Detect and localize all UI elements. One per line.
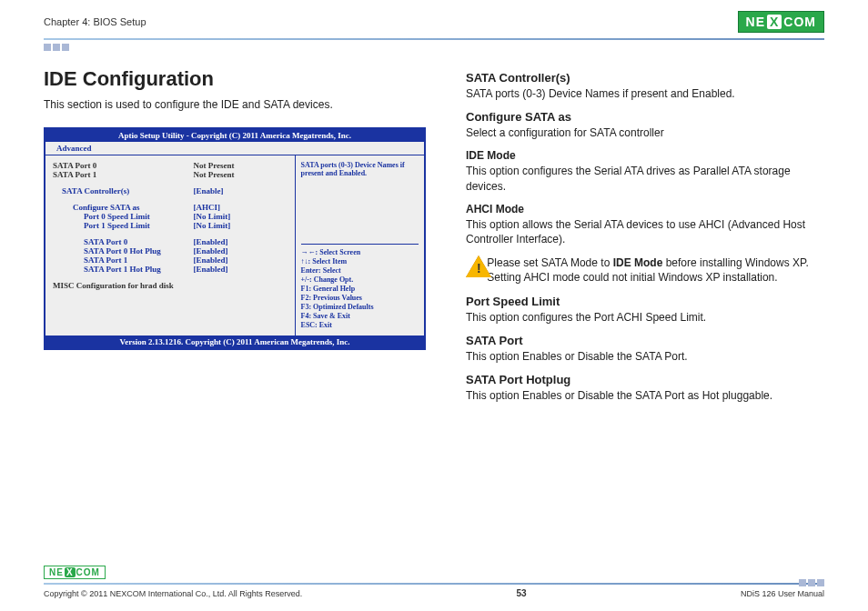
bios-key-6: F2: Previous Values [301,294,419,303]
bios-sata-port-0-val: Not Present [194,161,288,170]
bios-key-1: →←: Select Screen [301,248,419,257]
bios-tabs: Advanced [45,142,424,155]
bios-key-2: ↑↓: Select Item [301,257,419,266]
warning-text: Please set SATA Mode to IDE Mode before … [487,255,824,285]
logo-right: COM [783,15,816,29]
heading-sata-port: SATA Port [466,334,824,347]
nexcom-logo: NE X COM [738,11,824,33]
bios-key-7: F3: Optimized Defaults [301,303,419,312]
footer-logo-right: COM [76,567,100,577]
heading-ide-mode: IDE Mode [466,149,824,162]
bios-port0-speed-val: [No Limit] [194,212,288,221]
bios-sata-port0-en-val: [Enabled] [194,237,288,246]
bios-sata-port1-en-val: [Enabled] [194,255,288,265]
bios-port1-speed: Port 1 Speed Limit [53,221,194,230]
heading-port-speed-limit: Port Speed Limit [466,295,824,308]
chapter-label: Chapter 4: BIOS Setup [44,16,146,27]
text-ahci-mode: This option allows the Serial ATA device… [466,217,824,246]
bios-help-text: SATA ports (0-3) Device Names if present… [301,161,419,234]
text-ide-mode: This option configures the Serial ATA dr… [466,164,824,193]
warning-text-bold: IDE Mode [613,256,663,269]
warning-text-a: Please set SATA Mode to [487,256,612,269]
heading-configure-sata: Configure SATA as [466,110,824,124]
bios-key-9: ESC: Exit [301,321,419,330]
bios-sata-port0-en: SATA Port 0 [53,237,194,246]
bios-misc-config: MISC Configuration for hrad disk [53,281,288,290]
page-title: IDE Configuration [44,67,435,91]
logo-x: X [767,15,782,29]
bios-key-8: F4: Save & Exit [301,312,419,321]
heading-ahci-mode: AHCI Mode [466,203,824,215]
bios-titlebar: Aptio Setup Utility - Copyright (C) 2011… [45,129,424,142]
bios-sata-port1-en: SATA Port 1 [53,255,194,265]
bios-footer: Version 2.13.1216. Copyright (C) 2011 Am… [45,336,424,348]
bios-key-help: →←: Select Screen ↑↓: Select Item Enter:… [301,244,419,330]
bios-sata-controllers: SATA Controller(s) [53,186,194,195]
text-configure-sata: Select a configuration for SATA controll… [466,125,824,140]
heading-sata-port-hotplug: SATA Port Hotplug [466,373,824,386]
bios-sata-port0-hotplug-val: [Enabled] [194,246,288,255]
bios-configure-sata: Configure SATA as [53,203,194,212]
bios-port1-speed-val: [No Limit] [194,221,288,230]
footer-logo-left: NE [49,567,64,577]
text-sata-port-hotplug: This option Enables or Disable the SATA … [466,388,824,403]
text-port-speed-limit: This option configures the Port ACHI Spe… [466,310,824,325]
bios-sata-port-1: SATA Port 1 [53,170,194,179]
bios-key-3: Enter: Select [301,266,419,275]
header-divider [44,38,824,40]
bios-key-4: +/-: Change Opt. [301,275,419,285]
copyright-text: Copyright © 2011 NEXCOM International Co… [44,589,302,598]
bios-tab-advanced: Advanced [49,143,99,154]
bios-sata-port-1-val: Not Present [194,170,288,179]
text-sata-controllers: SATA ports (0-3) Device Names if present… [466,86,824,101]
bios-port0-speed: Port 0 Speed Limit [53,212,194,221]
bios-configure-sata-val: [AHCI] [194,203,288,212]
footer-logo: NE X COM [44,566,106,579]
bios-sata-port0-hotplug: SATA Port 0 Hot Plug [53,246,194,255]
manual-name: NDiS 126 User Manual [741,589,824,598]
bios-screenshot: Aptio Setup Utility - Copyright (C) 2011… [44,127,426,350]
page-number: 53 [517,588,527,598]
footer-logo-x: X [65,567,76,577]
decorative-squares [44,44,868,51]
bios-sata-port1-hotplug-val: [Enabled] [194,265,288,274]
bios-key-5: F1: General Help [301,285,419,294]
logo-left: NE [746,15,765,29]
heading-sata-controllers: SATA Controller(s) [466,71,824,85]
warning-block: ! Please set SATA Mode to IDE Mode befor… [466,255,824,285]
text-sata-port: This option Enables or Disable the SATA … [466,349,824,364]
footer-divider [44,583,824,585]
warning-icon: ! [466,255,479,279]
bios-sata-port1-hotplug: SATA Port 1 Hot Plug [53,265,194,274]
bios-sata-controllers-val: [Enable] [194,186,288,195]
intro-text: This section is used to configure the ID… [44,98,435,111]
bios-sata-port-0: SATA Port 0 [53,161,194,170]
